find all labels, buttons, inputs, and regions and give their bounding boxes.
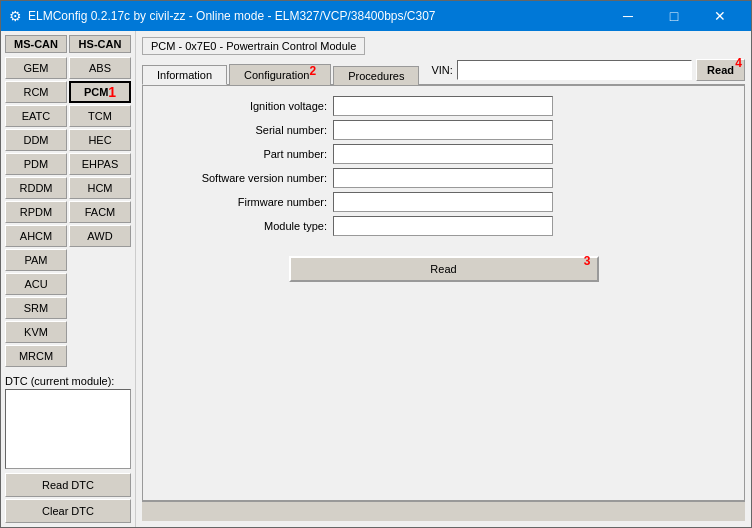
tab-row: Information Configuration2 Procedures VI… xyxy=(142,59,745,86)
info-form: Ignition voltage: Serial number: Part nu… xyxy=(153,96,734,236)
form-row-software: Software version number: xyxy=(153,168,734,188)
ms-can-eatc[interactable]: EATC xyxy=(5,105,67,127)
title-bar: ⚙ ELMConfig 0.2.17c by civil-zz - Online… xyxy=(1,1,751,31)
read-marker: 3 xyxy=(584,254,591,268)
ms-can-rddm[interactable]: RDDM xyxy=(5,177,67,199)
main-window: ⚙ ELMConfig 0.2.17c by civil-zz - Online… xyxy=(0,0,752,528)
read-dtc-button[interactable]: Read DTC xyxy=(5,473,131,497)
ms-can-rpdm[interactable]: RPDM xyxy=(5,201,67,223)
hs-can-awd[interactable]: AWD xyxy=(69,225,131,247)
read-button[interactable]: Read3 xyxy=(289,256,599,282)
clear-dtc-button[interactable]: Clear DTC xyxy=(5,499,131,523)
vin-read-marker: 4 xyxy=(735,56,742,70)
form-row-ignition: Ignition voltage: xyxy=(153,96,734,116)
left-panel: MS-CAN HS-CAN GEM RCM EATC DDM PDM RDDM … xyxy=(1,31,136,527)
main-content: MS-CAN HS-CAN GEM RCM EATC DDM PDM RDDM … xyxy=(1,31,751,527)
title-bar-controls: ─ □ ✕ xyxy=(605,1,743,31)
ms-can-ahcm[interactable]: AHCM xyxy=(5,225,67,247)
part-label: Part number: xyxy=(153,148,333,160)
form-row-serial: Serial number: xyxy=(153,120,734,140)
tab-procedures[interactable]: Procedures xyxy=(333,66,419,85)
ms-can-ddm[interactable]: DDM xyxy=(5,129,67,151)
hs-can-ehpas[interactable]: EHPAS xyxy=(69,153,131,175)
software-input[interactable] xyxy=(333,168,553,188)
ms-can-acu[interactable]: ACU xyxy=(5,273,67,295)
tab-information[interactable]: Information xyxy=(142,65,227,85)
software-label: Software version number: xyxy=(153,172,333,184)
tab-configuration[interactable]: Configuration2 xyxy=(229,64,331,85)
module-type-label: Module type: xyxy=(153,220,333,232)
can-headers: MS-CAN HS-CAN xyxy=(5,35,131,53)
dtc-area: DTC (current module): Read DTC Clear DTC xyxy=(5,375,131,523)
ignition-input[interactable] xyxy=(333,96,553,116)
ms-can-rcm[interactable]: RCM xyxy=(5,81,67,103)
pcm-marker: 1 xyxy=(108,84,116,100)
hs-can-facm[interactable]: FACM xyxy=(69,201,131,223)
hs-can-hec[interactable]: HEC xyxy=(69,129,131,151)
title-bar-text: ELMConfig 0.2.17c by civil-zz - Online m… xyxy=(28,9,436,23)
dtc-box xyxy=(5,389,131,469)
firmware-label: Firmware number: xyxy=(153,196,333,208)
module-type-input[interactable] xyxy=(333,216,553,236)
ms-can-gem[interactable]: GEM xyxy=(5,57,67,79)
hs-can-pcm[interactable]: PCM1 xyxy=(69,81,131,103)
ms-can-pam[interactable]: PAM xyxy=(5,249,67,271)
right-panel: PCM - 0x7E0 - Powertrain Control Module … xyxy=(136,31,751,527)
can-columns: GEM RCM EATC DDM PDM RDDM RPDM AHCM PAM … xyxy=(5,57,131,367)
dtc-label: DTC (current module): xyxy=(5,375,131,387)
close-button[interactable]: ✕ xyxy=(697,1,743,31)
part-input[interactable] xyxy=(333,144,553,164)
serial-label: Serial number: xyxy=(153,124,333,136)
vin-input[interactable] xyxy=(457,60,692,80)
serial-input[interactable] xyxy=(333,120,553,140)
top-row: PCM - 0x7E0 - Powertrain Control Module xyxy=(142,37,745,55)
ignition-label: Ignition voltage: xyxy=(153,100,333,112)
ms-can-header: MS-CAN xyxy=(5,35,67,53)
form-row-firmware: Firmware number: xyxy=(153,192,734,212)
module-title: PCM - 0x7E0 - Powertrain Control Module xyxy=(142,37,365,55)
ms-can-kvm[interactable]: KVM xyxy=(5,321,67,343)
hs-can-abs[interactable]: ABS xyxy=(69,57,131,79)
vin-row: VIN: Read4 xyxy=(421,59,745,84)
firmware-input[interactable] xyxy=(333,192,553,212)
ms-can-column: GEM RCM EATC DDM PDM RDDM RPDM AHCM PAM … xyxy=(5,57,67,367)
form-row-part: Part number: xyxy=(153,144,734,164)
vin-label: VIN: xyxy=(431,64,452,76)
tab-panel-information: Ignition voltage: Serial number: Part nu… xyxy=(142,86,745,501)
config-marker: 2 xyxy=(309,64,316,78)
vin-read-button[interactable]: Read4 xyxy=(696,59,745,81)
form-row-module: Module type: xyxy=(153,216,734,236)
minimize-button[interactable]: ─ xyxy=(605,1,651,31)
ms-can-pdm[interactable]: PDM xyxy=(5,153,67,175)
ms-can-srm[interactable]: SRM xyxy=(5,297,67,319)
read-button-row: Read3 xyxy=(153,256,734,282)
hs-can-tcm[interactable]: TCM xyxy=(69,105,131,127)
ms-can-mrcm[interactable]: MRCM xyxy=(5,345,67,367)
maximize-button[interactable]: □ xyxy=(651,1,697,31)
hs-can-column: ABS PCM1 TCM HEC EHPAS HCM FACM AWD xyxy=(69,57,131,367)
status-bar xyxy=(142,501,745,521)
hs-can-header: HS-CAN xyxy=(69,35,131,53)
hs-can-hcm[interactable]: HCM xyxy=(69,177,131,199)
